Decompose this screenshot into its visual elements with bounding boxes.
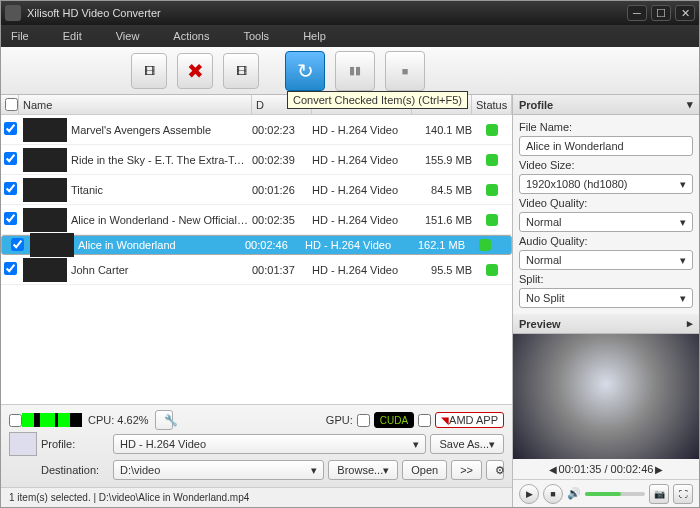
- time-display: ◀ 00:01:35 / 00:02:46 ▶: [513, 459, 699, 479]
- table-row[interactable]: Titanic 00:01:26 HD - H.264 Video 84.5 M…: [1, 175, 512, 205]
- row-status: [465, 239, 505, 251]
- profile-label: Profile:: [41, 438, 109, 450]
- cpu-graph: [22, 413, 82, 427]
- preview-image: [513, 334, 699, 459]
- videoquality-select[interactable]: Normal▾: [519, 212, 693, 232]
- cuda-badge: CUDA: [374, 412, 414, 428]
- profile-icon: [9, 432, 37, 456]
- row-check[interactable]: [11, 238, 24, 251]
- table-row[interactable]: Alice in Wonderland - New Official Full …: [1, 205, 512, 235]
- table-row[interactable]: Alice in Wonderland 00:02:46 HD - H.264 …: [1, 235, 512, 255]
- status-icon: [479, 239, 491, 251]
- pause-button[interactable]: ▮▮: [335, 51, 375, 91]
- thumbnail: [30, 233, 74, 257]
- col-check[interactable]: [1, 95, 19, 114]
- row-size: 140.1 MB: [412, 124, 472, 136]
- filename-field[interactable]: Alice in Wonderland: [519, 136, 693, 156]
- videosize-select[interactable]: 1920x1080 (hd1080)▾: [519, 174, 693, 194]
- convert-tooltip: Convert Checked Item(s) (Ctrl+F5): [287, 91, 468, 109]
- row-duration: 00:01:37: [252, 264, 312, 276]
- row-size: 151.6 MB: [412, 214, 472, 226]
- col-status[interactable]: Status: [472, 95, 512, 114]
- cuda-check[interactable]: [357, 414, 370, 427]
- preview-pane: [513, 334, 699, 459]
- cpu-label: CPU: 4.62%: [88, 414, 149, 426]
- delete-button[interactable]: ✖: [177, 53, 213, 89]
- fullscreen-button[interactable]: ⛶: [673, 484, 693, 504]
- save-as-button[interactable]: Save As... ▾: [430, 434, 504, 454]
- snapshot-button[interactable]: 📷: [649, 484, 669, 504]
- bottom-panel: CPU: 4.62% 🔧 GPU: CUDA ◥ AMD APP Profile…: [1, 404, 512, 487]
- cpu-settings-button[interactable]: 🔧: [155, 410, 173, 430]
- add-file-button[interactable]: 🎞: [131, 53, 167, 89]
- row-name: Marvel's Avengers Assemble: [71, 124, 252, 136]
- volume-icon[interactable]: 🔊: [567, 487, 581, 500]
- row-check[interactable]: [4, 262, 17, 275]
- app-logo: [5, 5, 21, 21]
- audioquality-label: Audio Quality:: [519, 235, 693, 247]
- row-check[interactable]: [4, 182, 17, 195]
- destination-select[interactable]: D:\video▾: [113, 460, 324, 480]
- cpu-row: CPU: 4.62% 🔧 GPU: CUDA ◥ AMD APP: [9, 409, 504, 431]
- row-name: Alice in Wonderland: [78, 239, 245, 251]
- minimize-button[interactable]: ─: [627, 5, 647, 21]
- row-format: HD - H.264 Video: [312, 264, 412, 276]
- play-button[interactable]: ▶: [519, 484, 539, 504]
- row-status: [472, 264, 512, 276]
- amd-badge: ◥ AMD APP: [435, 412, 504, 428]
- row-duration: 00:02:35: [252, 214, 312, 226]
- table-row[interactable]: John Carter 00:01:37 HD - H.264 Video 95…: [1, 255, 512, 285]
- titlebar: Xilisoft HD Video Converter ─ ☐ ✕: [1, 1, 699, 25]
- clear-button[interactable]: 🎞: [223, 53, 259, 89]
- row-check[interactable]: [4, 122, 17, 135]
- volume-slider[interactable]: [585, 492, 645, 496]
- expand-icon: ▸: [687, 317, 693, 330]
- row-format: HD - H.264 Video: [312, 214, 412, 226]
- menu-view[interactable]: View: [116, 30, 140, 42]
- file-rows: Marvel's Avengers Assemble 00:02:23 HD -…: [1, 115, 512, 404]
- row-size: 84.5 MB: [412, 184, 472, 196]
- gpu-label: GPU:: [326, 414, 353, 426]
- row-name: Alice in Wonderland - New Official Full …: [71, 214, 252, 226]
- thumbnail: [23, 258, 67, 282]
- status-icon: [486, 184, 498, 196]
- menu-edit[interactable]: Edit: [63, 30, 82, 42]
- split-select[interactable]: No Split▾: [519, 288, 693, 308]
- profile-select[interactable]: HD - H.264 Video▾: [113, 434, 426, 454]
- row-size: 155.9 MB: [412, 154, 472, 166]
- row-name: Ride in the Sky - E.T. The Extra-Terrest…: [71, 154, 252, 166]
- amd-check[interactable]: [418, 414, 431, 427]
- stop-button[interactable]: ■: [385, 51, 425, 91]
- videosize-label: Video Size:: [519, 159, 693, 171]
- options-button[interactable]: ⚙: [486, 460, 504, 480]
- menu-help[interactable]: Help: [303, 30, 326, 42]
- row-status: [472, 184, 512, 196]
- browse-button[interactable]: Browse... ▾: [328, 460, 398, 480]
- stop-preview-button[interactable]: ■: [543, 484, 563, 504]
- menu-file[interactable]: File: [11, 30, 29, 42]
- preview-section-header[interactable]: Preview▸: [513, 314, 699, 334]
- maximize-button[interactable]: ☐: [651, 5, 671, 21]
- row-duration: 00:02:39: [252, 154, 312, 166]
- row-check[interactable]: [4, 152, 17, 165]
- status-icon: [486, 214, 498, 226]
- row-format: HD - H.264 Video: [312, 124, 412, 136]
- table-row[interactable]: Ride in the Sky - E.T. The Extra-Terrest…: [1, 145, 512, 175]
- more-button[interactable]: >>: [451, 460, 482, 480]
- cpu-check[interactable]: [9, 414, 22, 427]
- close-button[interactable]: ✕: [675, 5, 695, 21]
- audioquality-select[interactable]: Normal▾: [519, 250, 693, 270]
- col-name[interactable]: Name: [19, 95, 252, 114]
- open-button[interactable]: Open: [402, 460, 447, 480]
- table-row[interactable]: Marvel's Avengers Assemble 00:02:23 HD -…: [1, 115, 512, 145]
- profile-section-header[interactable]: Profile▾: [513, 95, 699, 115]
- row-format: HD - H.264 Video: [305, 239, 405, 251]
- menu-tools[interactable]: Tools: [243, 30, 269, 42]
- window-title: Xilisoft HD Video Converter: [27, 7, 623, 19]
- status-icon: [486, 264, 498, 276]
- convert-button[interactable]: ↻: [285, 51, 325, 91]
- thumbnail: [23, 208, 67, 232]
- row-check[interactable]: [4, 212, 17, 225]
- menu-actions[interactable]: Actions: [173, 30, 209, 42]
- profile-row: Profile: HD - H.264 Video▾ Save As... ▾: [9, 431, 504, 457]
